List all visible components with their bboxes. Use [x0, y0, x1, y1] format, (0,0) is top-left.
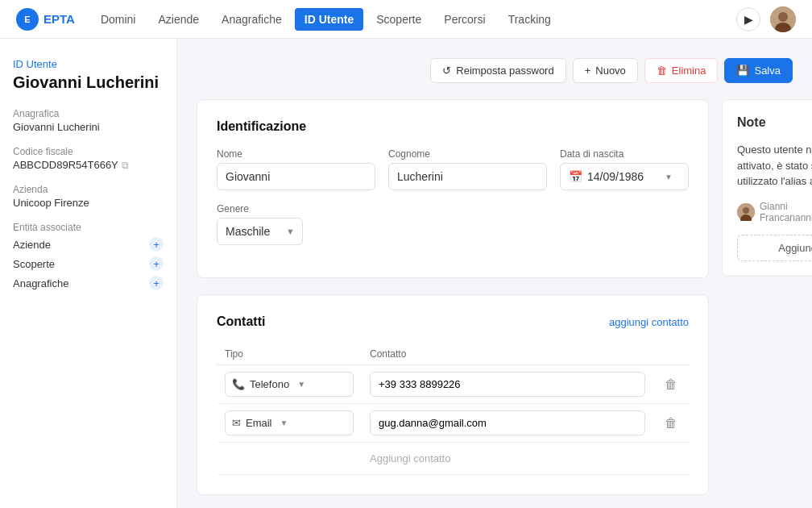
- tipo-column-header: Tipo: [217, 344, 362, 365]
- contacts-tbody: 📞 Telefono ▼ 🗑: [217, 365, 689, 475]
- sidebar-anagrafica-section: Anagrafica Giovanni Lucherini: [13, 108, 164, 133]
- notes-panel: Note + Questo utente non è mai stato att…: [722, 99, 812, 277]
- notes-text: Questo utente non è mai stato attivato, …: [737, 142, 812, 189]
- nav-anagrafiche[interactable]: Anagrafiche: [212, 8, 292, 31]
- sidebar-azienda-section: Azienda Unicoop Firenze: [13, 184, 164, 209]
- azienda-label: Azienda: [13, 184, 164, 195]
- page-container: ID Utente Giovanni Lucherini Anagrafica …: [0, 39, 812, 508]
- add-contact-link[interactable]: aggiungi contatto: [609, 316, 689, 328]
- data-nascita-input[interactable]: [587, 170, 660, 183]
- play-button[interactable]: ▶: [736, 7, 760, 31]
- entita-label: Entità associate: [13, 222, 164, 233]
- codice-fiscale-label: Codice fiscale: [13, 146, 164, 157]
- telefono-chevron-icon: ▼: [297, 380, 305, 389]
- entity-scoperte-label: Scoperte: [13, 258, 55, 270]
- entity-anagrafiche: Anagrafiche +: [13, 273, 164, 293]
- delete-email-button[interactable]: 🗑: [661, 413, 681, 434]
- nav-domini[interactable]: Domini: [91, 8, 146, 31]
- cognome-input[interactable]: [388, 163, 547, 190]
- add-contact-row: Aggiungi contatto: [217, 443, 689, 475]
- genere-label: Genere: [217, 203, 303, 214]
- add-scoperte-icon[interactable]: +: [149, 256, 164, 271]
- notes-title: Note: [737, 115, 766, 130]
- logo-text: EPTA: [44, 12, 75, 26]
- contact-row-email: ✉ Email ▼ 🗑: [217, 404, 689, 443]
- contacts-header-row: Tipo Contatto: [217, 344, 689, 365]
- entity-scoperte: Scoperte +: [13, 254, 164, 273]
- trash-icon: 🗑: [657, 65, 667, 77]
- contacts-section: Contatti aggiungi contatto Tipo Contatto: [197, 294, 709, 495]
- telefono-type-select[interactable]: 📞 Telefono ▼: [225, 372, 354, 397]
- nav-id-utente[interactable]: ID Utente: [295, 8, 363, 31]
- add-contact-button[interactable]: Aggiungi contatto: [370, 448, 645, 469]
- add-note-button[interactable]: Aggiungi nota: [737, 235, 812, 261]
- nav-tracking[interactable]: Tracking: [499, 8, 561, 31]
- play-icon: ▶: [744, 13, 753, 26]
- save-icon: 💾: [736, 65, 749, 77]
- nome-group: Nome: [217, 148, 375, 190]
- nav-aziende[interactable]: Aziende: [148, 8, 209, 31]
- data-nascita-label: Data di nascita: [560, 148, 689, 160]
- logo-icon: E: [16, 8, 39, 31]
- genere-row: Genere Maschile Femminile Altro ▼: [217, 203, 689, 245]
- anagrafica-value: Giovanni Lucherini: [13, 121, 164, 133]
- nav-scoperte[interactable]: Scoperte: [367, 8, 431, 31]
- azienda-value: Unicoop Firenze: [13, 197, 164, 209]
- sidebar-codice-section: Codice fiscale ABBCDD89R54T666Y ⧉: [13, 146, 164, 171]
- delete-button[interactable]: 🗑 Elimina: [644, 58, 719, 83]
- content-area: Identificazione Nome Cognome Data di nas: [197, 99, 793, 508]
- copy-icon[interactable]: ⧉: [122, 160, 129, 171]
- calendar-icon: 📅: [569, 170, 582, 183]
- svg-point-1: [778, 12, 788, 22]
- cognome-group: Cognome: [388, 148, 547, 190]
- identification-section: Identificazione Nome Cognome Data di nas: [197, 99, 709, 278]
- contacts-title: Contatti: [217, 314, 265, 329]
- genere-select-wrapper: Maschile Femminile Altro ▼: [217, 218, 303, 245]
- notes-author-avatar: [737, 203, 755, 221]
- add-aziende-icon[interactable]: +: [149, 237, 164, 252]
- reset-password-button[interactable]: ↺ Reimposta password: [430, 58, 566, 83]
- app-logo[interactable]: E EPTA: [16, 8, 75, 31]
- email-value-input[interactable]: [370, 410, 645, 435]
- notes-author-row: Gianni Francananni 5 giorni fa: [737, 201, 812, 223]
- email-chevron-icon: ▼: [280, 418, 288, 427]
- action-bar: ↺ Reimposta password + Nuovo 🗑 Elimina 💾…: [197, 58, 793, 83]
- genere-group: Genere Maschile Femminile Altro ▼: [217, 203, 303, 245]
- sidebar: ID Utente Giovanni Lucherini Anagrafica …: [0, 39, 177, 508]
- email-type-label: Email: [246, 417, 272, 429]
- sidebar-entities-section: Entità associate Aziende + Scoperte + An…: [13, 222, 164, 293]
- add-anagrafiche-icon[interactable]: +: [149, 276, 164, 290]
- sidebar-title: Giovanni Lucherini: [13, 73, 164, 92]
- cognome-label: Cognome: [388, 148, 547, 160]
- sidebar-breadcrumb[interactable]: ID Utente: [13, 58, 164, 70]
- save-button[interactable]: 💾 Salva: [724, 58, 793, 83]
- delete-column-header: [653, 344, 689, 365]
- notes-author-name: Gianni Francananni: [760, 201, 812, 223]
- plus-icon: +: [585, 65, 591, 77]
- contatto-column-header: Contatto: [362, 344, 653, 365]
- entity-aziende: Aziende +: [13, 235, 164, 254]
- codice-fiscale-value: ABBCDD89R54T666Y ⧉: [13, 159, 164, 171]
- nome-input[interactable]: [217, 163, 375, 190]
- phone-icon: 📞: [232, 378, 245, 390]
- delete-telefono-button[interactable]: 🗑: [661, 374, 681, 395]
- main-sections: Identificazione Nome Cognome Data di nas: [197, 99, 709, 508]
- reset-icon: ↺: [442, 65, 451, 77]
- email-icon: ✉: [232, 417, 241, 429]
- new-button[interactable]: + Nuovo: [573, 58, 638, 83]
- nav-percorsi[interactable]: Percorsi: [434, 8, 495, 31]
- data-nascita-group: Data di nascita 📅 ▼: [560, 148, 689, 190]
- nome-label: Nome: [217, 148, 375, 160]
- user-avatar[interactable]: [770, 6, 796, 32]
- anagrafica-label: Anagrafica: [13, 108, 164, 119]
- email-type-select[interactable]: ✉ Email ▼: [225, 410, 354, 435]
- main-content: ↺ Reimposta password + Nuovo 🗑 Elimina 💾…: [177, 39, 812, 508]
- genere-select[interactable]: Maschile Femminile Altro: [217, 218, 303, 245]
- contacts-table: Tipo Contatto 📞 Telefono: [217, 344, 689, 475]
- date-input-wrap[interactable]: 📅 ▼: [560, 163, 689, 190]
- contacts-thead: Tipo Contatto: [217, 344, 689, 365]
- notes-header: Note +: [737, 115, 812, 131]
- svg-point-5: [743, 207, 749, 214]
- entity-aziende-label: Aziende: [13, 239, 51, 251]
- telefono-value-input[interactable]: [370, 372, 645, 397]
